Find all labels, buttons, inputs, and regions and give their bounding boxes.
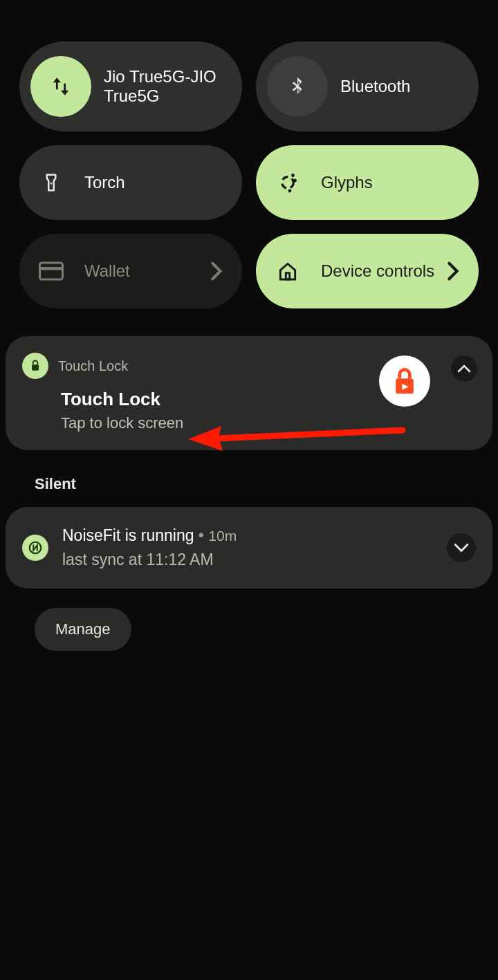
qs-tile-label: Jio True5G-JIO True5G [104, 67, 225, 105]
lock-icon [22, 353, 48, 379]
svg-rect-8 [32, 364, 39, 370]
app-large-icon [379, 355, 430, 407]
qs-tile-label: Glyphs [321, 173, 373, 192]
svg-point-1 [282, 177, 294, 189]
qs-tile-label: Torch [84, 173, 125, 192]
qs-tile-bluetooth[interactable]: Bluetooth [256, 41, 479, 131]
notification-app-name: Touch Lock [58, 358, 128, 374]
qs-tile-label: Device controls [321, 261, 434, 281]
qs-tile-label: Bluetooth [340, 77, 410, 96]
qs-tile-wallet[interactable]: Wallet [19, 234, 242, 308]
chevron-right-icon [210, 261, 223, 281]
glyphs-icon [267, 170, 308, 195]
qs-tile-mobile-data[interactable]: Jio True5G-JIO True5G [19, 41, 242, 131]
torch-icon [30, 171, 72, 194]
svg-rect-5 [40, 263, 63, 279]
collapse-button[interactable] [451, 355, 477, 382]
home-icon [267, 260, 308, 282]
notification-noisefit[interactable]: NoiseFit is running • 10m last sync at 1… [6, 507, 492, 589]
noisefit-icon [22, 535, 48, 561]
mobile-data-icon [30, 56, 91, 117]
svg-point-3 [293, 179, 297, 183]
wallet-icon [30, 261, 72, 281]
notification-subtitle: Tap to lock screen [61, 414, 476, 432]
section-header-silent: Silent [35, 475, 492, 493]
qs-tile-glyphs[interactable]: Glyphs [256, 145, 479, 220]
qs-tile-torch[interactable]: Torch [19, 145, 242, 220]
chevron-right-icon [447, 261, 459, 281]
svg-point-2 [291, 174, 295, 177]
notification-touch-lock[interactable]: Touch Lock Touch Lock Tap to lock screen [6, 336, 492, 450]
svg-rect-7 [286, 273, 289, 279]
qs-tile-label: Wallet [84, 261, 130, 281]
expand-button[interactable] [447, 533, 476, 562]
manage-button[interactable]: Manage [35, 608, 131, 651]
svg-rect-6 [40, 267, 63, 270]
svg-point-4 [288, 189, 292, 193]
notification-title-line: NoiseFit is running • 10m [62, 526, 433, 545]
qs-tile-device-controls[interactable]: Device controls [256, 234, 479, 308]
notification-subtitle: last sync at 11:12 AM [62, 551, 433, 569]
bluetooth-icon [267, 56, 328, 117]
